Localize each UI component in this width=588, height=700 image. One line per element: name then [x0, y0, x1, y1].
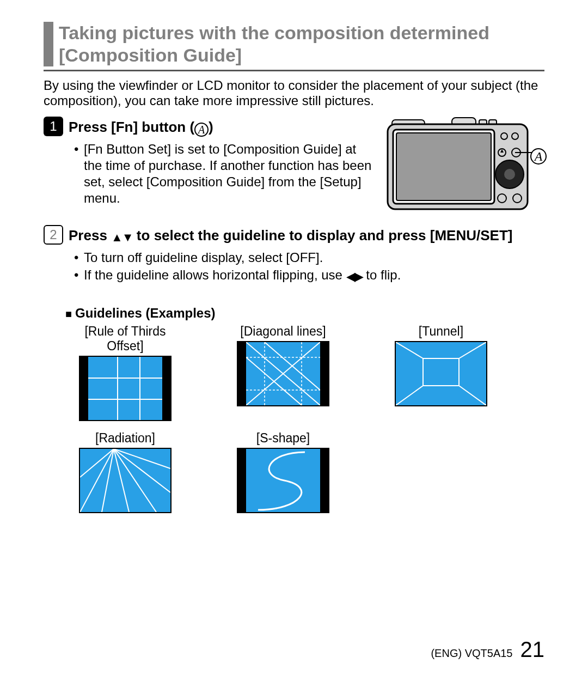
svg-line-37	[114, 449, 156, 512]
page-title: Taking pictures with the composition det…	[44, 22, 544, 71]
radiation-icon	[80, 449, 170, 512]
svg-line-39	[114, 449, 170, 468]
example-4-figure	[79, 448, 171, 513]
example-rule-of-thirds: [Rule of Thirds Offset]	[65, 324, 185, 421]
svg-point-12	[504, 169, 515, 180]
step-2-bullet-2-prefix: If the guideline allows horizontal flipp…	[84, 267, 346, 282]
step-1: 1 Press [Fn] button (A) [Fn Button Set] …	[44, 117, 544, 214]
step-1-badge: 1	[44, 117, 63, 136]
step-1-heading: Press [Fn] button (A)	[69, 117, 213, 137]
up-down-arrow-icon: ▲▼	[111, 230, 133, 245]
step-1-bullet-1: [Fn Button Set] is set to [Composition G…	[76, 141, 376, 206]
svg-line-31	[396, 386, 423, 405]
example-radiation: [Radiation]	[65, 431, 185, 513]
svg-line-34	[80, 449, 114, 512]
guidelines-examples: [Rule of Thirds Offset] [Diagonal lines]	[65, 324, 544, 513]
intro-paragraph: By using the viewfinder or LCD monitor t…	[44, 78, 544, 109]
camera-label-a-text: A	[535, 149, 543, 164]
tunnel-icon	[396, 342, 486, 405]
example-4-label: [Radiation]	[65, 431, 185, 446]
step-2-body: To turn off guideline display, select [O…	[69, 249, 544, 284]
example-2-figure	[237, 341, 329, 406]
example-s-shape: [S-shape]	[223, 431, 343, 513]
svg-line-35	[102, 449, 114, 512]
camera-illustration: A	[387, 117, 544, 214]
example-1-figure	[79, 356, 171, 421]
footer-doc-code: (ENG) VQT5A15	[431, 647, 512, 660]
step-1-number: 1	[50, 119, 57, 134]
step-2-heading: Press ▲▼ to select the guideline to disp…	[69, 225, 512, 245]
example-tunnel: [Tunnel]	[381, 324, 501, 421]
example-5-figure	[237, 448, 329, 513]
step-1-head-suffix: )	[209, 119, 213, 135]
guidelines-section-label: ■Guidelines (Examples)	[65, 306, 544, 321]
step-2-bullet-2-suffix: to flip.	[363, 267, 401, 282]
example-2-label: [Diagonal lines]	[223, 324, 343, 339]
svg-line-32	[459, 386, 486, 405]
step-2-head-prefix: Press	[69, 227, 111, 244]
svg-rect-6	[396, 133, 491, 200]
s-shape-icon	[246, 449, 320, 512]
rule-of-thirds-icon	[88, 357, 162, 420]
example-5-label: [S-shape]	[223, 431, 343, 446]
diagonal-lines-icon	[246, 342, 320, 405]
svg-rect-28	[423, 358, 459, 386]
step-2-badge: 2	[44, 225, 63, 245]
title-accent-bar	[44, 22, 53, 66]
example-3-figure	[395, 341, 487, 406]
step-2-bullet-2: If the guideline allows horizontal flipp…	[76, 267, 544, 284]
page-footer: (ENG) VQT5A15 21	[431, 637, 544, 662]
step-2-bullet-1: To turn off guideline display, select [O…	[76, 249, 544, 266]
step-2-number: 2	[50, 227, 57, 242]
example-1-label: [Rule of Thirds Offset]	[65, 324, 185, 354]
left-right-arrow-icon: ◀▶	[346, 269, 363, 284]
step-2: 2 Press ▲▼ to select the guideline to di…	[44, 225, 544, 284]
svg-line-29	[396, 342, 423, 358]
step-1-body: [Fn Button Set] is set to [Composition G…	[69, 141, 376, 206]
title-text: Taking pictures with the composition det…	[59, 22, 544, 66]
step-1-head-prefix: Press [Fn] button (	[69, 119, 194, 135]
footer-page-number: 21	[520, 637, 545, 662]
svg-line-30	[459, 342, 486, 358]
camera-label-a-icon: A	[530, 148, 547, 165]
step-2-head-mid: to select the guideline to display and p…	[133, 227, 513, 244]
example-3-label: [Tunnel]	[381, 324, 501, 339]
square-bullet-icon: ■	[65, 308, 72, 320]
example-diagonal-lines: [Diagonal lines]	[223, 324, 343, 421]
circled-a-inline-icon: A	[194, 123, 209, 137]
guidelines-label-text: Guidelines (Examples)	[75, 306, 215, 320]
